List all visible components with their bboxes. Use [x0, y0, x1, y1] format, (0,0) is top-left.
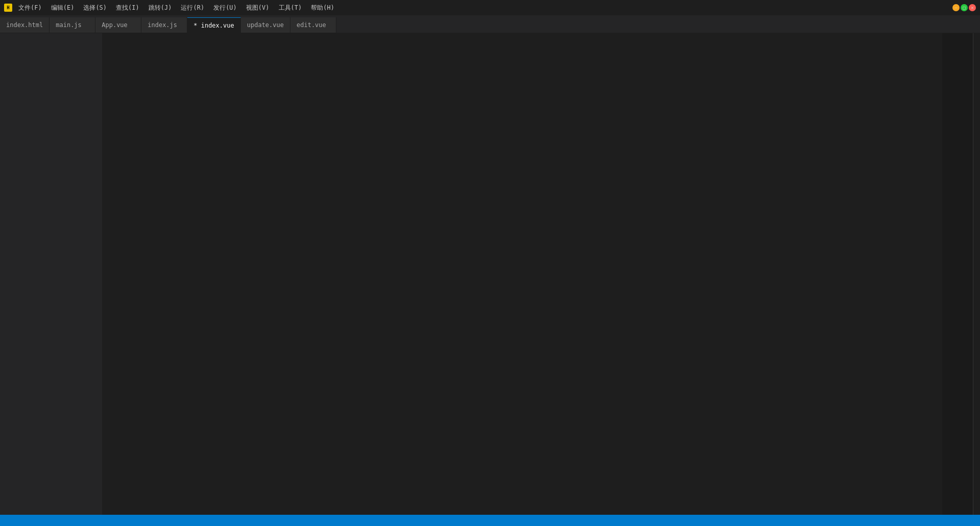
tab-update-vue[interactable]: update.vue [241, 17, 290, 33]
menu-item[interactable]: 帮助(H) [307, 3, 338, 13]
tab-bar: index.htmlmain.jsApp.vueindex.js* index.… [0, 15, 980, 33]
tab-index-vue[interactable]: * index.vue [187, 17, 240, 33]
tab-index-html[interactable]: index.html [0, 17, 50, 33]
tab-main-js[interactable]: main.js [50, 17, 95, 33]
close-button[interactable]: ✕ [969, 4, 976, 11]
minimap [942, 33, 973, 515]
code-lines [102, 33, 942, 515]
menu-item[interactable]: 视图(V) [242, 3, 274, 13]
menu-item[interactable]: 跳转(J) [144, 3, 176, 13]
scroll-bar[interactable] [973, 33, 980, 515]
tab-index-js[interactable]: index.js [141, 17, 187, 33]
menu-item[interactable]: 查找(I) [112, 3, 143, 13]
main-content [0, 33, 980, 515]
title-bar: H 文件(F)编辑(E)选择(S)查找(I)跳转(J)运行(R)发行(U)视图(… [0, 0, 980, 15]
tab-app-vue[interactable]: App.vue [95, 17, 141, 33]
tab-edit-vue[interactable]: edit.vue [290, 17, 336, 33]
menu-item[interactable]: 编辑(E) [47, 3, 79, 13]
menu-item[interactable]: 发行(U) [209, 3, 241, 13]
title-bar-left: H 文件(F)编辑(E)选择(S)查找(I)跳转(J)运行(R)发行(U)视图(… [4, 3, 345, 13]
window-controls[interactable]: — □ ✕ [952, 4, 976, 11]
menu-item[interactable]: 运行(R) [177, 3, 208, 13]
menu-item[interactable]: 工具(T) [275, 3, 306, 13]
menu-item[interactable]: 文件(F) [14, 3, 46, 13]
code-editor [102, 33, 942, 515]
menu-item[interactable]: 选择(S) [79, 3, 111, 13]
menu-bar[interactable]: 文件(F)编辑(E)选择(S)查找(I)跳转(J)运行(R)发行(U)视图(V)… [14, 3, 338, 13]
status-bar [0, 515, 980, 526]
maximize-button[interactable]: □ [961, 4, 968, 11]
file-explorer [0, 33, 102, 515]
minimize-button[interactable]: — [952, 4, 960, 11]
app-icon: H [4, 4, 12, 12]
